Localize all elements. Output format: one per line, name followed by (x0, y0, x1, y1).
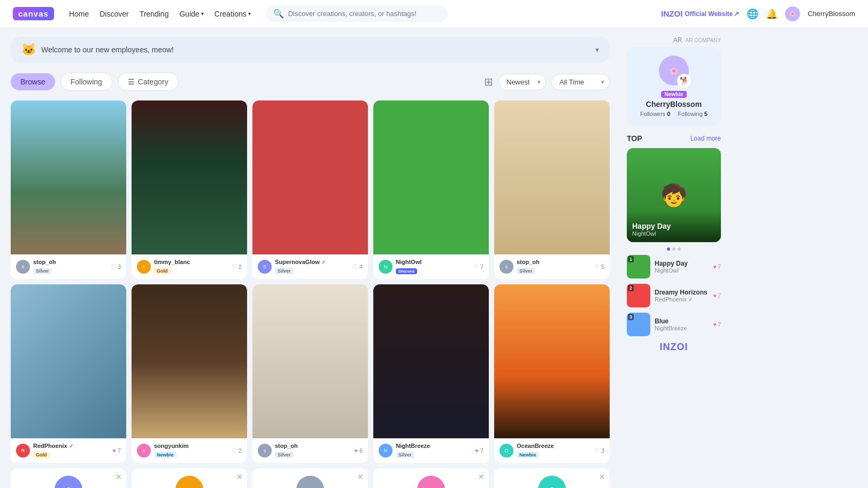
top-section: TOP Load more 🧒 Happy Day NightOwl (627, 134, 721, 336)
suggest-avatar: t (175, 476, 203, 488)
list-icon: ☰ (128, 78, 135, 86)
like-count: 6 (359, 447, 363, 454)
heart-icon: ♡ (232, 447, 237, 454)
grid-card[interactable]: R RedPhoenix ✓ Gold ♥ 7 (11, 284, 126, 463)
suggest-close-button[interactable]: ✕ (357, 472, 364, 481)
suggest-card: ✕ s songyunkim Followers 6 Follow (373, 468, 489, 488)
time-select[interactable]: All TimeThis WeekThis Month (551, 74, 610, 90)
card-avatar[interactable]: t (137, 260, 151, 274)
grid-card[interactable]: s stop_oh Silver ♡ 5 (494, 100, 610, 279)
card-badge: Newbie (154, 452, 176, 458)
user-avatar-nav[interactable]: 🌸 (785, 6, 800, 21)
grid-card[interactable]: s songyunkim Newbie ♡ 2 (132, 284, 247, 463)
card-likes[interactable]: ♡ 2 (232, 264, 242, 270)
card-likes[interactable]: ♥ 7 (112, 447, 121, 454)
nav-home[interactable]: Home (69, 10, 89, 18)
card-image (11, 284, 126, 438)
top-list-item[interactable]: 1 Happy Day NightOwl ♥ 7 (627, 255, 721, 278)
nav-guide[interactable]: Guide ▾ (179, 10, 203, 18)
card-likes[interactable]: ♡ 2 (232, 447, 242, 454)
card-avatar[interactable]: s (16, 260, 30, 274)
top-item-title: Blue (655, 317, 709, 325)
heart-icon: ♡ (594, 447, 600, 454)
top-featured-card[interactable]: 🧒 Happy Day NightOwl (627, 148, 721, 242)
globe-icon[interactable]: 🌐 (747, 8, 758, 20)
nav-creations[interactable]: Creations ▾ (214, 10, 251, 18)
card-badge: Gold (33, 452, 50, 458)
card-likes[interactable]: ♡ 3 (594, 447, 604, 454)
following-button[interactable]: Following (60, 73, 112, 91)
search-bar[interactable]: 🔍 (266, 5, 448, 22)
suggest-avatar: s (417, 476, 445, 488)
card-avatar[interactable]: R (16, 444, 30, 458)
grid-card[interactable]: t timmy_blanc Gold ♡ 2 (132, 100, 247, 279)
top-list-item[interactable]: 2 Dreamy Horizons RedPhoenix✓ ♥ 7 (627, 284, 721, 307)
card-likes[interactable]: ♥ 6 (354, 447, 363, 454)
dot-1[interactable] (667, 247, 670, 251)
like-count: 3 (118, 264, 121, 270)
card-likes[interactable]: ♥ 7 (475, 447, 483, 454)
card-username: OceanBreeze (517, 443, 591, 449)
grid-card[interactable]: S SupernovaGlow ✓ Silver ♡ 4 (252, 100, 368, 279)
browse-button[interactable]: Browse (11, 73, 55, 90)
card-badge: Discord (396, 268, 417, 274)
suggest-close-button[interactable]: ✕ (478, 472, 485, 481)
suggest-close-button[interactable]: ✕ (116, 472, 122, 481)
grid-card[interactable]: s stop_oh Silver ♥ 6 (252, 284, 368, 463)
suggest-card: ✕ t timmy_blanc Followers 3 Follow (132, 468, 247, 488)
top-item-title: Happy Day (655, 260, 709, 267)
dot-3[interactable] (678, 247, 681, 251)
card-image (132, 284, 247, 438)
card-avatar[interactable]: S (258, 260, 272, 274)
like-count: 7 (480, 264, 483, 270)
card-avatar[interactable]: s (500, 260, 513, 274)
logo[interactable]: canvas (13, 7, 54, 20)
official-website-link[interactable]: Official Website ↗ (685, 10, 739, 18)
card-avatar[interactable]: O (500, 444, 513, 458)
card-username: stop_oh (517, 259, 591, 265)
heart-icon: ♡ (594, 264, 600, 270)
card-user-info: NightBreeze Silver (396, 443, 472, 459)
category-button[interactable]: ☰ Category (118, 73, 179, 91)
username-nav[interactable]: CherryBlossom (808, 10, 855, 18)
nav-trending[interactable]: Trending (140, 10, 169, 18)
suggest-close-button[interactable]: ✕ (599, 472, 605, 481)
suggest-avatar: S (55, 476, 82, 488)
banner-close-icon[interactable]: ▾ (595, 45, 599, 54)
load-more-button[interactable]: Load more (690, 135, 721, 142)
grid-card[interactable]: N NightBreeze Silver ♥ 7 (373, 284, 489, 463)
grid-card[interactable]: N NightOwl Discord ♡ 7 (373, 100, 489, 279)
featured-user: NightOwl (632, 230, 716, 237)
followers-stat: Followers 0 (640, 111, 670, 117)
nav-discover[interactable]: Discover (99, 10, 128, 18)
heart-icon: ♥ (354, 447, 358, 454)
card-footer: N NightBreeze Silver ♥ 7 (373, 438, 489, 463)
dot-2[interactable] (672, 247, 675, 251)
top-list-thumb: 3 (627, 313, 650, 336)
top-list-thumb: 2 (627, 284, 650, 307)
card-likes[interactable]: ♡ 5 (594, 264, 604, 270)
bell-icon[interactable]: 🔔 (766, 8, 778, 20)
main-wrapper: 🐱 Welcome to our new employees, meow! ▾ … (0, 28, 868, 488)
profile-avatar-sidebar: 🌸 🐕 (659, 56, 689, 86)
sort-select[interactable]: NewestOldestPopular (498, 74, 546, 90)
card-avatar[interactable]: s (258, 444, 272, 458)
card-likes[interactable]: ♡ 4 (352, 264, 363, 270)
card-avatar[interactable]: N (379, 260, 393, 274)
grid-row-1: s stop_oh Silver ♡ 3 t timmy_blanc Gold (11, 100, 610, 279)
card-footer: s stop_oh Silver ♡ 3 (11, 254, 126, 279)
grid-card[interactable]: s stop_oh Silver ♡ 3 (11, 100, 126, 279)
carousel-dots (627, 247, 721, 251)
card-likes[interactable]: ♡ 3 (111, 264, 121, 270)
card-avatar[interactable]: N (379, 444, 393, 458)
card-user-info: timmy_blanc Gold (154, 259, 228, 275)
card-likes[interactable]: ♡ 7 (473, 264, 483, 270)
heart-icon: ♥ (713, 264, 717, 270)
card-avatar[interactable]: s (137, 444, 151, 458)
grid-card[interactable]: O OceanBreeze Newbie ♡ 3 (494, 284, 610, 463)
like-count: 3 (601, 447, 604, 454)
grid-view-icon[interactable]: ⊞ (484, 75, 493, 88)
search-input[interactable] (288, 10, 440, 18)
suggest-close-button[interactable]: ✕ (236, 472, 243, 481)
top-list-item[interactable]: 3 Blue NightBreeze ♥ 7 (627, 313, 721, 336)
